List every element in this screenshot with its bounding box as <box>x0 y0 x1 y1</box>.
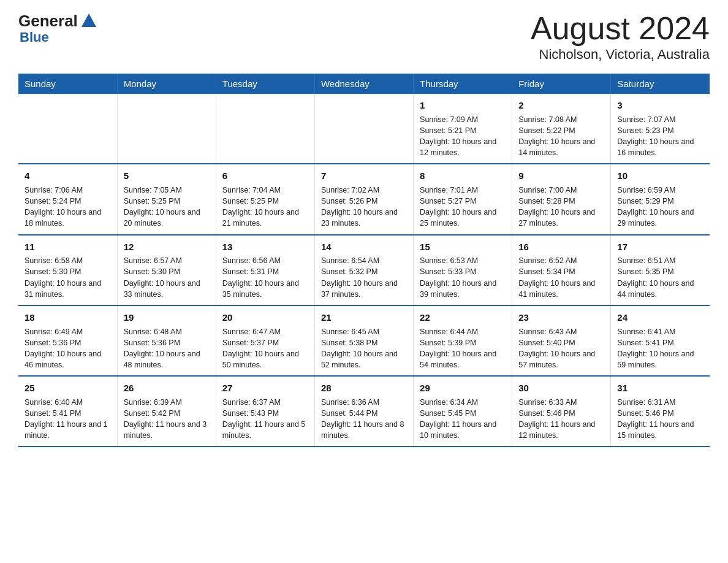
day-info: Sunrise: 7:09 AMSunset: 5:21 PMDaylight:… <box>420 114 506 159</box>
day-info: Sunrise: 6:56 AMSunset: 5:31 PMDaylight:… <box>222 255 308 300</box>
calendar-table: SundayMondayTuesdayWednesdayThursdayFrid… <box>18 74 710 447</box>
day-number: 14 <box>321 240 407 254</box>
day-info: Sunrise: 6:45 AMSunset: 5:38 PMDaylight:… <box>321 326 407 371</box>
logo-general-text: General <box>18 12 78 30</box>
location-title: Nicholson, Victoria, Australia <box>531 47 710 63</box>
calendar-cell-w4-d7: 24Sunrise: 6:41 AMSunset: 5:41 PMDayligh… <box>611 305 710 376</box>
calendar-cell-w4-d5: 22Sunrise: 6:44 AMSunset: 5:39 PMDayligh… <box>414 305 512 376</box>
calendar-cell-w5-d3: 27Sunrise: 6:37 AMSunset: 5:43 PMDayligh… <box>216 376 314 446</box>
calendar-cell-w4-d3: 20Sunrise: 6:47 AMSunset: 5:37 PMDayligh… <box>216 305 314 376</box>
calendar-cell-w3-d1: 11Sunrise: 6:58 AMSunset: 5:30 PMDayligh… <box>18 235 117 305</box>
day-number: 16 <box>518 240 604 254</box>
day-number: 27 <box>222 381 308 395</box>
day-info: Sunrise: 7:02 AMSunset: 5:26 PMDaylight:… <box>321 185 407 229</box>
weekday-header-tuesday: Tuesday <box>216 74 314 94</box>
day-number: 5 <box>124 169 210 183</box>
day-number: 7 <box>321 169 407 183</box>
weekday-header-thursday: Thursday <box>414 74 512 94</box>
day-number: 31 <box>617 381 703 395</box>
calendar-body: 1Sunrise: 7:09 AMSunset: 5:21 PMDaylight… <box>18 94 710 446</box>
calendar-cell-w2-d3: 6Sunrise: 7:04 AMSunset: 5:25 PMDaylight… <box>216 164 314 234</box>
day-info: Sunrise: 6:47 AMSunset: 5:37 PMDaylight:… <box>222 326 308 371</box>
day-number: 13 <box>222 240 308 254</box>
day-number: 25 <box>25 381 111 395</box>
day-number: 10 <box>617 169 703 183</box>
day-info: Sunrise: 7:04 AMSunset: 5:25 PMDaylight:… <box>222 185 308 229</box>
day-number: 30 <box>518 381 604 395</box>
calendar-cell-w1-d6: 2Sunrise: 7:08 AMSunset: 5:22 PMDaylight… <box>512 94 611 164</box>
day-info: Sunrise: 6:52 AMSunset: 5:34 PMDaylight:… <box>518 255 604 300</box>
day-info: Sunrise: 6:51 AMSunset: 5:35 PMDaylight:… <box>617 255 703 300</box>
calendar-cell-w5-d4: 28Sunrise: 6:36 AMSunset: 5:44 PMDayligh… <box>314 376 413 446</box>
calendar-cell-w2-d2: 5Sunrise: 7:05 AMSunset: 5:25 PMDaylight… <box>117 164 216 234</box>
day-number: 19 <box>124 311 210 324</box>
week-row-3: 11Sunrise: 6:58 AMSunset: 5:30 PMDayligh… <box>18 235 710 305</box>
weekday-header-wednesday: Wednesday <box>314 74 413 94</box>
day-number: 18 <box>25 311 111 324</box>
page-header: General Blue August 2024 Nicholson, Vict… <box>18 12 710 63</box>
day-number: 9 <box>518 169 604 183</box>
month-title: August 2024 <box>531 12 710 44</box>
logo-triangle-icon <box>82 13 96 27</box>
day-number: 17 <box>617 240 703 254</box>
day-info: Sunrise: 6:59 AMSunset: 5:29 PMDaylight:… <box>617 185 703 229</box>
calendar-cell-w3-d6: 16Sunrise: 6:52 AMSunset: 5:34 PMDayligh… <box>512 235 611 305</box>
weekday-header-saturday: Saturday <box>611 74 710 94</box>
calendar-cell-w1-d5: 1Sunrise: 7:09 AMSunset: 5:21 PMDaylight… <box>414 94 512 164</box>
weekday-header-sunday: Sunday <box>18 74 117 94</box>
day-number: 6 <box>222 169 308 183</box>
weekday-header-row: SundayMondayTuesdayWednesdayThursdayFrid… <box>18 74 710 94</box>
calendar-cell-w3-d5: 15Sunrise: 6:53 AMSunset: 5:33 PMDayligh… <box>414 235 512 305</box>
logo-blue-text: Blue <box>20 30 96 45</box>
calendar-header: SundayMondayTuesdayWednesdayThursdayFrid… <box>18 74 710 94</box>
calendar-cell-w2-d6: 9Sunrise: 7:00 AMSunset: 5:28 PMDaylight… <box>512 164 611 234</box>
calendar-cell-w4-d1: 18Sunrise: 6:49 AMSunset: 5:36 PMDayligh… <box>18 305 117 376</box>
logo: General Blue <box>18 12 96 45</box>
day-info: Sunrise: 6:43 AMSunset: 5:40 PMDaylight:… <box>518 326 604 371</box>
calendar-cell-w1-d2 <box>117 94 216 164</box>
calendar-cell-w5-d2: 26Sunrise: 6:39 AMSunset: 5:42 PMDayligh… <box>117 376 216 446</box>
calendar-cell-w4-d2: 19Sunrise: 6:48 AMSunset: 5:36 PMDayligh… <box>117 305 216 376</box>
day-info: Sunrise: 6:40 AMSunset: 5:41 PMDaylight:… <box>25 397 111 442</box>
day-info: Sunrise: 6:49 AMSunset: 5:36 PMDaylight:… <box>25 326 111 371</box>
day-number: 8 <box>420 169 506 183</box>
week-row-2: 4Sunrise: 7:06 AMSunset: 5:24 PMDaylight… <box>18 164 710 234</box>
calendar-cell-w3-d7: 17Sunrise: 6:51 AMSunset: 5:35 PMDayligh… <box>611 235 710 305</box>
day-number: 2 <box>518 99 604 112</box>
day-number: 11 <box>25 240 111 254</box>
day-info: Sunrise: 6:58 AMSunset: 5:30 PMDaylight:… <box>25 255 111 300</box>
calendar-cell-w2-d1: 4Sunrise: 7:06 AMSunset: 5:24 PMDaylight… <box>18 164 117 234</box>
day-number: 24 <box>617 311 703 324</box>
calendar-cell-w4-d4: 21Sunrise: 6:45 AMSunset: 5:38 PMDayligh… <box>314 305 413 376</box>
day-number: 4 <box>25 169 111 183</box>
calendar-cell-w1-d4 <box>314 94 413 164</box>
week-row-5: 25Sunrise: 6:40 AMSunset: 5:41 PMDayligh… <box>18 376 710 446</box>
calendar-cell-w5-d5: 29Sunrise: 6:34 AMSunset: 5:45 PMDayligh… <box>414 376 512 446</box>
title-block: August 2024 Nicholson, Victoria, Austral… <box>531 12 710 63</box>
day-info: Sunrise: 6:33 AMSunset: 5:46 PMDaylight:… <box>518 397 604 442</box>
weekday-header-friday: Friday <box>512 74 611 94</box>
calendar-cell-w5-d1: 25Sunrise: 6:40 AMSunset: 5:41 PMDayligh… <box>18 376 117 446</box>
day-number: 3 <box>617 99 703 112</box>
day-number: 28 <box>321 381 407 395</box>
calendar-cell-w2-d5: 8Sunrise: 7:01 AMSunset: 5:27 PMDaylight… <box>414 164 512 234</box>
week-row-4: 18Sunrise: 6:49 AMSunset: 5:36 PMDayligh… <box>18 305 710 376</box>
calendar-cell-w2-d7: 10Sunrise: 6:59 AMSunset: 5:29 PMDayligh… <box>611 164 710 234</box>
day-info: Sunrise: 6:53 AMSunset: 5:33 PMDaylight:… <box>420 255 506 300</box>
day-info: Sunrise: 7:06 AMSunset: 5:24 PMDaylight:… <box>25 185 111 229</box>
day-number: 22 <box>420 311 506 324</box>
calendar-cell-w3-d3: 13Sunrise: 6:56 AMSunset: 5:31 PMDayligh… <box>216 235 314 305</box>
day-info: Sunrise: 6:41 AMSunset: 5:41 PMDaylight:… <box>617 326 703 371</box>
calendar-cell-w5-d7: 31Sunrise: 6:31 AMSunset: 5:46 PMDayligh… <box>611 376 710 446</box>
day-info: Sunrise: 6:48 AMSunset: 5:36 PMDaylight:… <box>124 326 210 371</box>
day-info: Sunrise: 7:00 AMSunset: 5:28 PMDaylight:… <box>518 185 604 229</box>
day-info: Sunrise: 6:37 AMSunset: 5:43 PMDaylight:… <box>222 397 308 442</box>
day-info: Sunrise: 6:34 AMSunset: 5:45 PMDaylight:… <box>420 397 506 442</box>
day-info: Sunrise: 6:44 AMSunset: 5:39 PMDaylight:… <box>420 326 506 371</box>
day-info: Sunrise: 6:57 AMSunset: 5:30 PMDaylight:… <box>124 255 210 300</box>
day-info: Sunrise: 7:01 AMSunset: 5:27 PMDaylight:… <box>420 185 506 229</box>
calendar-cell-w3-d4: 14Sunrise: 6:54 AMSunset: 5:32 PMDayligh… <box>314 235 413 305</box>
day-number: 20 <box>222 311 308 324</box>
day-info: Sunrise: 6:31 AMSunset: 5:46 PMDaylight:… <box>617 397 703 442</box>
weekday-header-monday: Monday <box>117 74 216 94</box>
